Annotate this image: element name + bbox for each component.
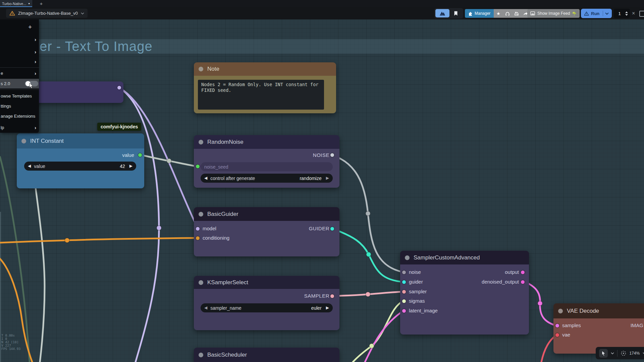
output-port-dot-denoised-output[interactable]	[521, 280, 525, 284]
widget-label: noise_seed	[204, 164, 228, 170]
reroute-dot[interactable]	[157, 226, 161, 230]
output-port-dot[interactable]	[330, 227, 334, 231]
output-label-noise: NOISE	[313, 152, 329, 159]
node-note[interactable]: Note Nodes 2 = Random Only. Use INT cons…	[194, 62, 336, 113]
node-title: VAE Decode	[567, 308, 599, 314]
collapse-dot[interactable]	[21, 139, 26, 143]
stop-button[interactable]	[639, 11, 644, 17]
node-header[interactable]: VAE Decode	[553, 303, 644, 318]
input-port-dot-model[interactable]	[196, 227, 200, 231]
menu-item-e[interactable]: e ›	[0, 68, 39, 78]
collapse-dot[interactable]	[199, 140, 203, 144]
input-port-dot-samples[interactable]	[555, 324, 559, 327]
output-port-dot[interactable]	[138, 153, 142, 157]
collapse-dot[interactable]	[405, 255, 410, 260]
input-port-dot-sampler[interactable]	[402, 290, 406, 294]
note-text[interactable]: Nodes 2 = Random Only. Use INT constant …	[198, 80, 324, 110]
new-tab-button[interactable]: +	[38, 0, 45, 7]
output-port-dot[interactable]	[330, 153, 334, 157]
node-basic-guider[interactable]: BasicGuider model conditioning GUIDER	[194, 207, 339, 256]
node-header[interactable]: KSamplerSelect	[194, 276, 339, 289]
node-header[interactable]: Note	[194, 62, 336, 76]
input-port-dot-noise[interactable]	[402, 270, 406, 274]
control-after-generate-widget[interactable]: ◀ control after generate randomize ▶	[201, 174, 333, 183]
menu-item-new[interactable]: +	[0, 22, 39, 32]
menu-item-submenu-3[interactable]: ›	[0, 57, 39, 66]
notification-button-1[interactable]	[503, 11, 512, 16]
input-port-dot-conditioning[interactable]	[196, 236, 200, 240]
tool-menu-chevron-icon[interactable]	[611, 352, 614, 354]
noise-seed-widget[interactable]: noise_seed	[201, 162, 333, 171]
node-int-constant[interactable]: INT Constant value ◀ value 42 ▶	[17, 133, 144, 188]
output-port-dot-output[interactable]	[521, 270, 525, 274]
run-options-chevron-icon[interactable]	[605, 12, 609, 15]
increment-arrow-icon[interactable]: ▶	[129, 162, 132, 171]
notification-button-2[interactable]	[512, 11, 521, 16]
node-vae-decode[interactable]: VAE Decode samples vae IMAG	[553, 303, 644, 354]
collapse-dot[interactable]	[199, 280, 203, 285]
batch-count-stepper[interactable]: 1	[614, 9, 630, 18]
node-collapsed-model[interactable]	[27, 81, 123, 103]
output-port-dot[interactable]	[117, 86, 121, 89]
fit-view-icon[interactable]	[621, 350, 627, 356]
next-option-arrow-icon[interactable]: ▶	[326, 303, 329, 312]
bookmark-button[interactable]	[451, 9, 461, 17]
prev-option-arrow-icon[interactable]: ◀	[204, 303, 207, 312]
node-sampler-custom-advanced[interactable]: SamplerCustomAdvanced noise guider sampl…	[400, 251, 529, 335]
reroute-dot[interactable]	[366, 292, 370, 297]
next-option-arrow-icon[interactable]: ▶	[326, 174, 329, 183]
node-header[interactable]: INT Constant	[17, 133, 144, 148]
pointer-tool-button[interactable]	[599, 349, 608, 358]
reroute-dot[interactable]	[167, 159, 171, 163]
reroute-dot[interactable]	[369, 344, 374, 348]
node-header[interactable]: RandomNoise	[194, 135, 339, 149]
chevron-right-icon: ›	[35, 70, 36, 76]
show-image-feed-button[interactable]: Show Image Feed	[527, 9, 580, 18]
output-port-dot[interactable]	[330, 294, 334, 298]
node-ksampler-select[interactable]: KSamplerSelect SAMPLER ◀ sampler_name eu…	[194, 276, 339, 330]
node-header[interactable]: BasicScheduler	[194, 348, 339, 362]
comfy-logo-button[interactable]	[435, 9, 449, 17]
collapse-dot[interactable]	[199, 353, 203, 357]
puzzle-piece-icon	[468, 11, 473, 16]
workflow-tab[interactable]: ZImage-Turbo-Native-Base_v0	[6, 9, 88, 18]
collapse-dot[interactable]	[199, 67, 203, 71]
menu-item-manage-extensions[interactable]: anage Extensions	[0, 111, 39, 121]
collapse-dot[interactable]	[558, 309, 563, 313]
input-port-dot-latent-image[interactable]	[402, 309, 406, 313]
close-button[interactable]: ×	[632, 10, 635, 17]
input-port-dot[interactable]	[196, 165, 200, 168]
workflow-menu-chevron-icon[interactable]	[81, 12, 84, 14]
zoom-menu-chevron-icon[interactable]	[643, 352, 644, 354]
increment-icon[interactable]	[625, 11, 628, 13]
node-header[interactable]: SamplerCustomAdvanced	[400, 251, 529, 264]
menu-item-submenu-1[interactable]: ›	[0, 35, 39, 44]
toolbar-drag-handle[interactable]	[576, 10, 579, 17]
menu-item-submenu-2[interactable]: ›	[0, 47, 39, 56]
collapse-dot[interactable]	[199, 212, 203, 217]
run-button[interactable]: Run	[581, 9, 612, 18]
reroute-dot[interactable]	[538, 301, 542, 306]
prev-option-arrow-icon[interactable]: ◀	[204, 174, 207, 183]
reroute-dot[interactable]	[366, 252, 371, 257]
zoom-level[interactable]: 174%	[629, 351, 640, 356]
decrement-icon[interactable]	[625, 14, 628, 16]
browser-tab[interactable]: Turbo-Native... ●	[0, 0, 32, 7]
decrement-arrow-icon[interactable]: ◀	[28, 162, 31, 171]
menu-item-help[interactable]: lp ›	[0, 123, 39, 132]
menu-item-nodes-2-toggle[interactable]: s 2.0	[0, 79, 39, 88]
manager-button[interactable]: Manager	[465, 9, 494, 18]
node-random-noise[interactable]: RandomNoise NOISE noise_seed ◀ control a…	[194, 135, 339, 188]
reroute-dot[interactable]	[366, 211, 370, 216]
reroute-dot[interactable]	[65, 238, 69, 243]
value-widget[interactable]: ◀ value 42 ▶	[24, 162, 136, 171]
input-port-dot-guider[interactable]	[402, 280, 406, 284]
node-header[interactable]: BasicGuider	[194, 207, 339, 221]
sampler-name-widget[interactable]: ◀ sampler_name euler ▶	[201, 303, 333, 312]
input-port-dot-sigmas[interactable]	[402, 299, 406, 303]
menu-item-browse-templates[interactable]: owse Templates	[0, 91, 39, 101]
menu-item-settings[interactable]: ttings	[0, 101, 39, 111]
node-basic-scheduler[interactable]: BasicScheduler	[194, 348, 339, 362]
input-port-dot-vae[interactable]	[555, 333, 559, 337]
star-button[interactable]: ★	[494, 11, 503, 16]
